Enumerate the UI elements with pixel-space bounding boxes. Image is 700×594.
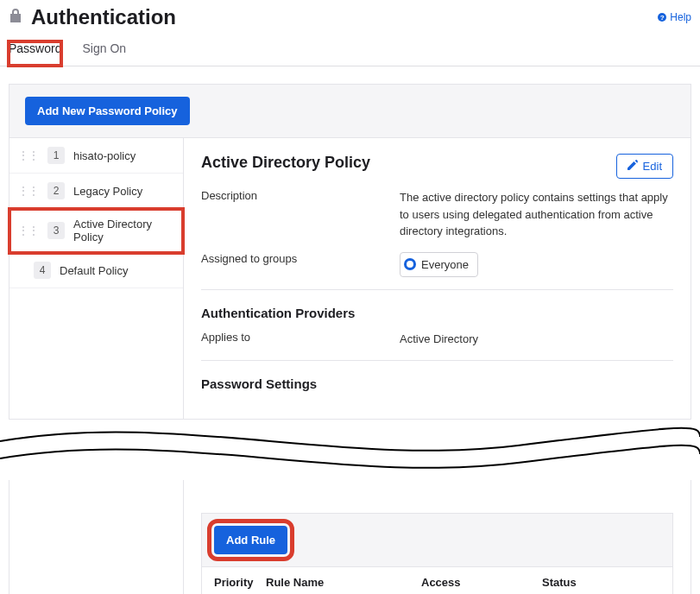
add-password-policy-button[interactable]: Add New Password Policy bbox=[25, 97, 190, 125]
description-label: Description bbox=[201, 189, 400, 240]
help-link[interactable]: ? Help bbox=[658, 11, 691, 23]
policy-label: Default Policy bbox=[60, 264, 128, 277]
policy-item[interactable]: ⋮⋮ 2 Legacy Policy bbox=[9, 174, 183, 209]
drag-handle-icon[interactable]: ⋮⋮ bbox=[18, 153, 39, 158]
col-header-rule-name: Rule Name bbox=[266, 576, 421, 589]
policy-label: Active Directory Policy bbox=[73, 218, 174, 243]
pencil-icon bbox=[627, 160, 638, 173]
help-label: Help bbox=[670, 11, 691, 23]
col-header-access: Access bbox=[421, 576, 542, 589]
tab-password[interactable]: Password bbox=[9, 41, 61, 66]
description-value: The active directory policy contains set… bbox=[400, 189, 673, 240]
policy-priority-badge: 4 bbox=[34, 262, 51, 279]
tab-signon[interactable]: Sign On bbox=[82, 41, 126, 66]
divider bbox=[201, 360, 673, 361]
policy-item-active-directory[interactable]: ⋮⋮ 3 Active Directory Policy bbox=[9, 209, 183, 253]
help-icon: ? bbox=[658, 13, 666, 22]
applies-to-value: Active Directory bbox=[400, 331, 673, 348]
edit-button[interactable]: Edit bbox=[616, 154, 673, 179]
lock-icon bbox=[9, 8, 22, 28]
edit-label: Edit bbox=[643, 160, 662, 173]
auth-providers-heading: Authentication Providers bbox=[201, 306, 673, 320]
divider bbox=[201, 289, 673, 290]
policy-priority-badge: 3 bbox=[47, 222, 65, 239]
drag-handle-icon[interactable]: ⋮⋮ bbox=[18, 228, 39, 233]
applies-to-label: Applies to bbox=[201, 331, 400, 348]
col-header-status: Status bbox=[542, 576, 634, 589]
drag-handle-icon[interactable]: ⋮⋮ bbox=[18, 188, 39, 193]
policy-item[interactable]: 4 Default Policy bbox=[9, 253, 183, 288]
password-settings-heading: Password Settings bbox=[201, 376, 673, 391]
policy-item[interactable]: ⋮⋮ 1 hisato-policy bbox=[9, 138, 183, 174]
policy-sidebar: ⋮⋮ 1 hisato-policy ⋮⋮ 2 Legacy Policy ⋮⋮… bbox=[9, 138, 184, 419]
policy-label: Legacy Policy bbox=[73, 185, 142, 198]
panel-title: Active Directory Policy bbox=[201, 154, 370, 172]
policy-label: hisato-policy bbox=[73, 149, 136, 162]
policy-priority-badge: 1 bbox=[47, 147, 65, 164]
group-icon bbox=[404, 258, 416, 270]
col-header-priority: Priority bbox=[214, 576, 266, 589]
policy-priority-badge: 2 bbox=[47, 182, 65, 199]
add-rule-button[interactable]: Add Rule bbox=[214, 526, 287, 554]
group-chip-everyone[interactable]: Everyone bbox=[400, 252, 478, 278]
page-title: Authentication bbox=[31, 5, 176, 29]
group-chip-label: Everyone bbox=[421, 256, 469, 274]
assigned-groups-label: Assigned to groups bbox=[201, 252, 400, 278]
truncation-wave bbox=[0, 420, 700, 480]
